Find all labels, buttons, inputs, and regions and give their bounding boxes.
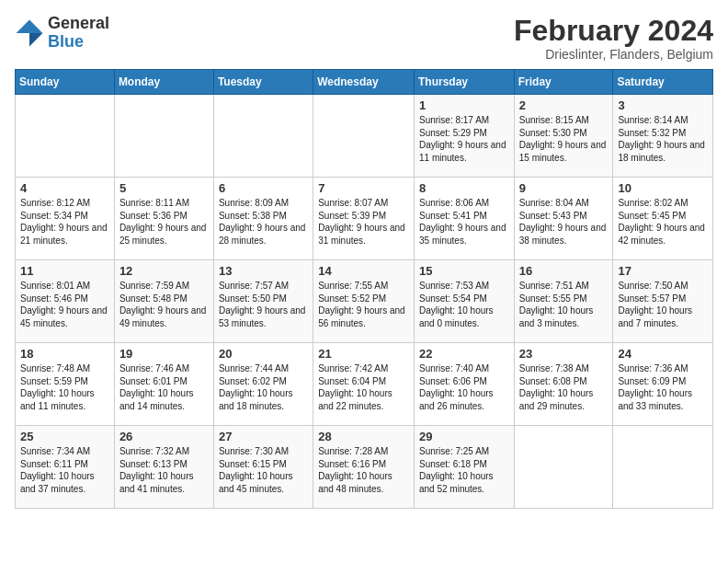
calendar-cell: 3Sunrise: 8:14 AM Sunset: 5:32 PM Daylig… — [613, 95, 713, 178]
day-number: 26 — [119, 430, 209, 443]
calendar-cell: 8Sunrise: 8:06 AM Sunset: 5:41 PM Daylig… — [414, 178, 514, 260]
day-info: Sunrise: 7:50 AM Sunset: 5:57 PM Dayligh… — [618, 280, 708, 329]
weekday-header: Wednesday — [313, 70, 415, 95]
calendar-cell: 15Sunrise: 7:53 AM Sunset: 5:54 PM Dayli… — [414, 260, 514, 343]
day-number: 13 — [219, 264, 308, 278]
calendar-title: February 2024 — [514, 15, 713, 47]
calendar-cell: 17Sunrise: 7:50 AM Sunset: 5:57 PM Dayli… — [613, 260, 713, 343]
calendar-cell: 5Sunrise: 8:11 AM Sunset: 5:36 PM Daylig… — [114, 178, 213, 260]
calendar-cell: 19Sunrise: 7:46 AM Sunset: 6:01 PM Dayli… — [114, 343, 213, 426]
calendar-week-row: 11Sunrise: 8:01 AM Sunset: 5:46 PM Dayli… — [16, 260, 713, 343]
calendar-week-row: 25Sunrise: 7:34 AM Sunset: 6:11 PM Dayli… — [16, 426, 713, 509]
day-number: 1 — [419, 98, 509, 112]
day-info: Sunrise: 8:11 AM Sunset: 5:36 PM Dayligh… — [119, 197, 209, 247]
day-number: 2 — [519, 98, 609, 112]
day-number: 15 — [419, 264, 509, 278]
svg-marker-0 — [17, 19, 43, 32]
calendar-cell — [514, 426, 613, 509]
calendar-week-row: 4Sunrise: 8:12 AM Sunset: 5:34 PM Daylig… — [16, 178, 713, 260]
calendar-cell — [16, 95, 115, 178]
calendar-cell — [613, 426, 713, 509]
calendar-cell: 21Sunrise: 7:42 AM Sunset: 6:04 PM Dayli… — [313, 343, 415, 426]
day-info: Sunrise: 8:17 AM Sunset: 5:29 PM Dayligh… — [419, 114, 509, 164]
calendar-cell: 13Sunrise: 7:57 AM Sunset: 5:50 PM Dayli… — [213, 260, 313, 343]
day-info: Sunrise: 8:06 AM Sunset: 5:41 PM Dayligh… — [419, 197, 509, 247]
day-info: Sunrise: 7:57 AM Sunset: 5:50 PM Dayligh… — [219, 280, 308, 329]
calendar-week-row: 18Sunrise: 7:48 AM Sunset: 5:59 PM Dayli… — [16, 343, 713, 426]
day-info: Sunrise: 7:42 AM Sunset: 6:04 PM Dayligh… — [318, 362, 409, 412]
calendar-cell: 27Sunrise: 7:30 AM Sunset: 6:15 PM Dayli… — [213, 426, 313, 509]
day-number: 24 — [618, 347, 708, 361]
calendar-cell: 24Sunrise: 7:36 AM Sunset: 6:09 PM Dayli… — [613, 343, 713, 426]
page-header: General Blue February 2024 Drieslinter, … — [15, 15, 713, 62]
calendar-cell: 14Sunrise: 7:55 AM Sunset: 5:52 PM Dayli… — [313, 260, 415, 343]
day-number: 25 — [20, 430, 109, 443]
weekday-header: Thursday — [414, 70, 514, 95]
day-number: 23 — [519, 347, 609, 361]
day-number: 27 — [219, 430, 308, 443]
day-info: Sunrise: 7:25 AM Sunset: 6:18 PM Dayligh… — [419, 445, 509, 495]
weekday-header: Saturday — [613, 70, 713, 95]
calendar-cell — [114, 95, 213, 178]
day-info: Sunrise: 7:53 AM Sunset: 5:54 PM Dayligh… — [419, 280, 509, 329]
calendar-cell: 6Sunrise: 8:09 AM Sunset: 5:38 PM Daylig… — [213, 178, 313, 260]
day-info: Sunrise: 8:09 AM Sunset: 5:38 PM Dayligh… — [219, 197, 308, 247]
weekday-header: Monday — [114, 70, 213, 95]
day-info: Sunrise: 8:02 AM Sunset: 5:45 PM Dayligh… — [618, 197, 708, 247]
calendar-subtitle: Drieslinter, Flanders, Belgium — [514, 47, 713, 62]
day-number: 8 — [419, 181, 509, 195]
calendar-cell — [313, 95, 415, 178]
day-info: Sunrise: 7:34 AM Sunset: 6:11 PM Dayligh… — [20, 445, 109, 495]
day-number: 22 — [419, 347, 509, 361]
logo-line1: General — [48, 15, 109, 33]
calendar-cell: 20Sunrise: 7:44 AM Sunset: 6:02 PM Dayli… — [213, 343, 313, 426]
day-number: 12 — [119, 264, 209, 278]
day-number: 10 — [618, 181, 708, 195]
calendar-cell: 29Sunrise: 7:25 AM Sunset: 6:18 PM Dayli… — [414, 426, 514, 509]
weekday-header-row: SundayMondayTuesdayWednesdayThursdayFrid… — [16, 70, 713, 95]
calendar-cell: 7Sunrise: 8:07 AM Sunset: 5:39 PM Daylig… — [313, 178, 415, 260]
calendar-cell: 12Sunrise: 7:59 AM Sunset: 5:48 PM Dayli… — [114, 260, 213, 343]
logo-line2: Blue — [48, 33, 109, 52]
day-number: 19 — [119, 347, 209, 361]
day-number: 5 — [119, 181, 209, 195]
calendar-cell: 23Sunrise: 7:38 AM Sunset: 6:08 PM Dayli… — [514, 343, 613, 426]
calendar-cell: 4Sunrise: 8:12 AM Sunset: 5:34 PM Daylig… — [16, 178, 115, 260]
day-number: 9 — [519, 181, 609, 195]
calendar-cell: 11Sunrise: 8:01 AM Sunset: 5:46 PM Dayli… — [16, 260, 115, 343]
day-number: 16 — [519, 264, 609, 278]
calendar-cell: 10Sunrise: 8:02 AM Sunset: 5:45 PM Dayli… — [613, 178, 713, 260]
day-info: Sunrise: 7:40 AM Sunset: 6:06 PM Dayligh… — [419, 362, 509, 412]
calendar-cell: 16Sunrise: 7:51 AM Sunset: 5:55 PM Dayli… — [514, 260, 613, 343]
day-info: Sunrise: 7:30 AM Sunset: 6:15 PM Dayligh… — [219, 445, 308, 495]
day-info: Sunrise: 7:28 AM Sunset: 6:16 PM Dayligh… — [318, 445, 409, 495]
logo: General Blue — [15, 15, 109, 52]
day-info: Sunrise: 7:51 AM Sunset: 5:55 PM Dayligh… — [519, 280, 609, 329]
day-info: Sunrise: 7:36 AM Sunset: 6:09 PM Dayligh… — [618, 362, 708, 412]
day-number: 4 — [20, 181, 109, 195]
day-number: 18 — [20, 347, 109, 361]
day-number: 20 — [219, 347, 308, 361]
day-info: Sunrise: 7:48 AM Sunset: 5:59 PM Dayligh… — [20, 362, 109, 412]
day-info: Sunrise: 8:01 AM Sunset: 5:46 PM Dayligh… — [20, 280, 109, 329]
title-area: February 2024 Drieslinter, Flanders, Bel… — [514, 15, 713, 62]
day-info: Sunrise: 7:59 AM Sunset: 5:48 PM Dayligh… — [119, 280, 209, 329]
day-info: Sunrise: 7:38 AM Sunset: 6:08 PM Dayligh… — [519, 362, 609, 412]
calendar-cell: 28Sunrise: 7:28 AM Sunset: 6:16 PM Dayli… — [313, 426, 415, 509]
day-number: 7 — [318, 181, 409, 195]
day-number: 29 — [419, 430, 509, 443]
day-info: Sunrise: 7:32 AM Sunset: 6:13 PM Dayligh… — [119, 445, 209, 495]
day-info: Sunrise: 7:46 AM Sunset: 6:01 PM Dayligh… — [119, 362, 209, 412]
day-info: Sunrise: 7:44 AM Sunset: 6:02 PM Dayligh… — [219, 362, 308, 412]
calendar-cell: 18Sunrise: 7:48 AM Sunset: 5:59 PM Dayli… — [16, 343, 115, 426]
calendar-table: SundayMondayTuesdayWednesdayThursdayFrid… — [15, 69, 713, 509]
day-info: Sunrise: 8:04 AM Sunset: 5:43 PM Dayligh… — [519, 197, 609, 247]
day-info: Sunrise: 8:14 AM Sunset: 5:32 PM Dayligh… — [618, 114, 708, 164]
calendar-cell: 26Sunrise: 7:32 AM Sunset: 6:13 PM Dayli… — [114, 426, 213, 509]
day-number: 21 — [318, 347, 409, 361]
day-info: Sunrise: 8:07 AM Sunset: 5:39 PM Dayligh… — [318, 197, 409, 247]
calendar-week-row: 1Sunrise: 8:17 AM Sunset: 5:29 PM Daylig… — [16, 95, 713, 178]
day-info: Sunrise: 7:55 AM Sunset: 5:52 PM Dayligh… — [318, 280, 409, 329]
calendar-cell: 1Sunrise: 8:17 AM Sunset: 5:29 PM Daylig… — [414, 95, 514, 178]
day-number: 3 — [618, 98, 708, 112]
